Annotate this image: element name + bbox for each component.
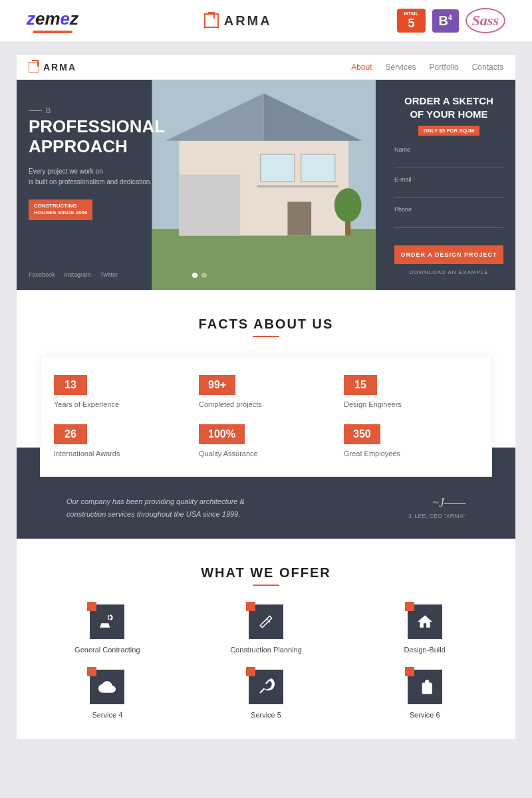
- html5-badge: HTML 5: [397, 9, 425, 33]
- name-input[interactable]: [394, 156, 503, 168]
- offer-divider: [253, 585, 279, 586]
- fact-item-0: 13 Years of Experience: [54, 375, 188, 408]
- fact-number-2: 15: [344, 375, 377, 395]
- hero-content: B PROFESSIONAL APPROACH Every project we…: [29, 106, 165, 220]
- nav-portfolio[interactable]: Portfolio: [430, 63, 459, 72]
- brand-label: ARMA: [43, 62, 76, 72]
- email-label: E-mail: [394, 176, 503, 183]
- dot-1[interactable]: [192, 273, 198, 278]
- form-title-l1: ORDER A SKETCH: [404, 95, 493, 106]
- offer-label-4: Service 5: [251, 711, 281, 719]
- hero-subtitle: Every project we work on is built on pro…: [29, 166, 165, 188]
- bootstrap-b: B: [439, 13, 448, 28]
- arma-logo-top: ARMA: [204, 13, 272, 29]
- hero-left: B PROFESSIONAL APPROACH Every project we…: [17, 80, 382, 290]
- offer-item-4: Service 5: [192, 670, 340, 719]
- box-icon: [416, 678, 434, 696]
- tech-badges: HTML 5 B4 Sass: [397, 8, 505, 33]
- offer-label-2: Design-Build: [404, 646, 445, 654]
- arma-icon-nav: [29, 62, 39, 72]
- fact-item-2: 15 Design Engineers: [344, 375, 478, 408]
- form-title-l2: OF YOUR HOME: [410, 108, 487, 120]
- name-label: Name: [394, 146, 503, 153]
- fact-label-1: Completed projects: [199, 400, 262, 408]
- sass-badge: Sass: [466, 8, 505, 33]
- house-svg: [145, 80, 383, 290]
- offer-item-1: Construction Planning: [192, 604, 340, 654]
- bootstrap-badge: B4: [432, 9, 459, 33]
- facts-title: FACTS ABOUT US: [33, 317, 499, 332]
- top-bar: zemez ARMA HTML 5 B4 Sass: [0, 0, 532, 42]
- offer-icon-5: [408, 670, 442, 704]
- svg-point-11: [334, 188, 361, 222]
- zemes-z1: z: [27, 9, 35, 29]
- ruler-icon: [257, 613, 275, 630]
- hero-title-line2: APPROACH: [29, 136, 128, 156]
- quote-section: Our company has been providing quality a…: [40, 477, 492, 539]
- quote-text: Our company has been providing quality a…: [66, 495, 279, 520]
- form-title: ORDER A SKETCH OF YOUR HOME: [394, 94, 503, 120]
- svg-rect-7: [301, 154, 334, 182]
- offer-title: WHAT WE OFFER: [33, 565, 499, 581]
- order-form-panel: ORDER A SKETCH OF YOUR HOME ONLY $5 FOR …: [382, 80, 515, 290]
- fact-label-4: Quality Assurance: [199, 450, 258, 458]
- hero-eyebrow: B: [29, 106, 165, 114]
- signature-img: ~J——: [408, 496, 466, 510]
- wrench-icon: [98, 613, 116, 630]
- fact-number-0: 13: [54, 375, 87, 395]
- offer-icon-1: [249, 604, 283, 639]
- fact-label-3: International Awards: [54, 450, 120, 458]
- offer-label-5: Service 6: [410, 711, 440, 719]
- nav-links: About Services Portfolio Contacts: [351, 63, 503, 72]
- since-label2: HOUSES SINCE 2006: [34, 209, 87, 215]
- fact-item-3: 26 International Awards: [54, 424, 188, 458]
- social-instagram[interactable]: Instagram: [65, 271, 91, 278]
- social-facebook[interactable]: Facebook: [29, 271, 55, 278]
- offer-item-2: Design-Build: [350, 604, 499, 654]
- html-num: 5: [408, 17, 414, 31]
- download-link[interactable]: DOWNLOAD AN EXAMPLE: [394, 269, 503, 275]
- nav-contacts[interactable]: Contacts: [472, 63, 503, 72]
- nav-services[interactable]: Services: [386, 63, 416, 72]
- zemes-z2: z: [70, 9, 78, 29]
- hero-subtitle-l2: is built on professionalism and dedicati…: [29, 178, 152, 186]
- hero-section: B PROFESSIONAL APPROACH Every project we…: [17, 80, 515, 290]
- order-button[interactable]: ORDER A DESIGN PROJECT: [394, 245, 503, 264]
- zemes-logo[interactable]: zemez: [27, 9, 78, 33]
- fact-label-2: Design Engineers: [344, 400, 402, 408]
- svg-rect-8: [287, 201, 311, 235]
- offer-label-3: Service 4: [92, 711, 122, 719]
- social-twitter[interactable]: Twitter: [100, 271, 118, 278]
- price-badge: ONLY $5 FOR SQJM: [418, 126, 479, 136]
- sass-label: Sass: [472, 12, 499, 29]
- offer-item-5: Service 6: [350, 670, 499, 719]
- hero-image: [145, 80, 383, 290]
- fact-number-5: 350: [344, 424, 380, 444]
- zemes-accent: [33, 31, 72, 33]
- site-nav: ARMA About Services Portfolio Contacts: [17, 55, 515, 80]
- offer-grid: General Contracting Construction Plannin…: [33, 604, 499, 719]
- facts-grid: 13 Years of Experience 99+ Completed pro…: [54, 375, 478, 458]
- facts-section: FACTS ABOUT US 13 Years of Experience 99…: [17, 290, 515, 539]
- phone-label: Phone: [394, 206, 503, 213]
- fact-number-3: 26: [54, 424, 87, 444]
- home-icon: [416, 613, 434, 630]
- nav-about[interactable]: About: [351, 63, 372, 72]
- zemes-e2: e: [61, 9, 70, 29]
- slider-dots: [192, 273, 207, 278]
- phone-field: Phone: [394, 206, 503, 228]
- offer-icon-0: [90, 604, 124, 639]
- tools-icon: [257, 678, 275, 696]
- facts-card: 13 Years of Experience 99+ Completed pro…: [40, 356, 492, 477]
- facts-divider: [253, 336, 279, 337]
- offer-label-1: Construction Planning: [230, 646, 302, 654]
- fact-label-0: Years of Experience: [54, 400, 119, 408]
- brand: ARMA: [29, 62, 76, 72]
- fact-item-5: 350 Great Employees: [344, 424, 478, 458]
- svg-rect-5: [179, 175, 240, 236]
- email-input[interactable]: [394, 186, 503, 198]
- arma-label-top: ARMA: [224, 13, 272, 29]
- dot-2[interactable]: [201, 273, 207, 278]
- phone-input[interactable]: [394, 216, 503, 228]
- hero-title: PROFESSIONAL APPROACH: [29, 117, 165, 157]
